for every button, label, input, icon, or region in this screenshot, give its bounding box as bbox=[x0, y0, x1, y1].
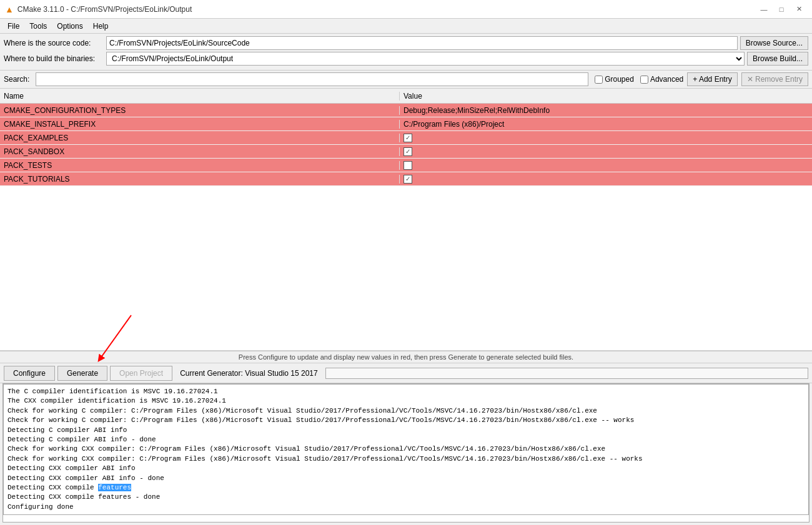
search-input[interactable] bbox=[36, 72, 588, 86]
bottom-section: Configure Generate Open Project Current … bbox=[0, 363, 812, 525]
table-header: Name Value bbox=[0, 89, 812, 104]
main-content: Where is the source code: Browse Source.… bbox=[0, 34, 812, 525]
grouped-checkbox-group: Grouped bbox=[595, 75, 634, 84]
configure-button[interactable]: Configure bbox=[4, 366, 55, 381]
log-line: Detecting C compiler ABI info - done bbox=[7, 435, 805, 444]
log-line: Detecting C compiler ABI info bbox=[7, 426, 805, 435]
search-row: Search: Grouped Advanced + Add Entry ✕ R… bbox=[0, 71, 812, 89]
cell-name-2: PACK_EXAMPLES bbox=[0, 134, 400, 142]
titlebar: ▲ CMake 3.11.0 - C:/FromSVN/Projects/EoL… bbox=[0, 0, 812, 19]
cell-value-4[interactable] bbox=[400, 161, 812, 170]
status-bar: Press Configure to update and display ne… bbox=[0, 351, 812, 363]
log-highlight: features bbox=[98, 484, 131, 491]
menubar: File Tools Options Help bbox=[0, 19, 812, 34]
log-line: Detecting CXX compile features bbox=[7, 483, 805, 493]
menu-options[interactable]: Options bbox=[52, 21, 87, 32]
binaries-label: Where to build the binaries: bbox=[4, 54, 104, 63]
advanced-checkbox-group: Advanced bbox=[640, 75, 683, 84]
log-line: Check for working CXX compiler: C:/Progr… bbox=[7, 454, 805, 464]
log-line: Detecting CXX compiler ABI info bbox=[7, 464, 805, 473]
log-wrapper: The C compiler identification is MSVC 19… bbox=[2, 383, 810, 523]
generator-text: Current Generator: Visual Studio 15 2017 bbox=[180, 369, 318, 378]
binaries-row: Where to build the binaries: C:/FromSVN/… bbox=[4, 52, 808, 66]
titlebar-controls: — □ ✕ bbox=[756, 3, 807, 16]
col-header-value: Value bbox=[400, 92, 812, 101]
log-line: The CXX compiler identification is MSVC … bbox=[7, 396, 805, 406]
table-row[interactable]: PACK_TESTS bbox=[0, 159, 812, 172]
cell-value-1: C:/Program Files (x86)/Project bbox=[400, 120, 812, 129]
app-icon: ▲ bbox=[5, 4, 14, 14]
log-line: Check for working CXX compiler: C:/Progr… bbox=[7, 444, 805, 454]
table-row[interactable]: PACK_SANDBOX bbox=[0, 145, 812, 159]
log-line: Configuring done bbox=[7, 503, 805, 512]
source-row: Where is the source code: Browse Source.… bbox=[4, 36, 808, 50]
menu-tools[interactable]: Tools bbox=[24, 21, 52, 32]
table-row[interactable]: PACK_TUTORIALS bbox=[0, 172, 812, 186]
advanced-label[interactable]: Advanced bbox=[650, 75, 683, 84]
log-line: Detecting CXX compiler ABI info - done bbox=[7, 474, 805, 483]
col-header-name: Name bbox=[0, 92, 400, 101]
cell-name-4: PACK_TESTS bbox=[0, 161, 400, 170]
menu-help[interactable]: Help bbox=[88, 21, 114, 32]
close-button[interactable]: ✕ bbox=[791, 3, 807, 16]
browse-source-button[interactable]: Browse Source... bbox=[740, 36, 808, 50]
table-wrapper: Name Value CMAKE_CONFIGURATION_TYPESDebu… bbox=[0, 89, 812, 351]
advanced-checkbox[interactable] bbox=[640, 76, 648, 84]
cell-name-0: CMAKE_CONFIGURATION_TYPES bbox=[0, 106, 400, 115]
log-line: The C compiler identification is MSVC 19… bbox=[7, 387, 805, 396]
table-rows-container: CMAKE_CONFIGURATION_TYPESDebug;Release;M… bbox=[0, 104, 812, 350]
titlebar-left: ▲ CMake 3.11.0 - C:/FromSVN/Projects/EoL… bbox=[5, 4, 192, 14]
cell-name-5: PACK_TUTORIALS bbox=[0, 175, 400, 184]
remove-entry-button[interactable]: ✕ Remove Entry bbox=[741, 72, 808, 86]
generate-button[interactable]: Generate bbox=[57, 366, 107, 381]
button-row: Configure Generate Open Project Current … bbox=[0, 363, 812, 383]
search-label: Search: bbox=[4, 75, 32, 84]
table-row[interactable]: CMAKE_INSTALL_PREFIXC:/Program Files (x8… bbox=[0, 117, 812, 131]
form-area: Where is the source code: Browse Source.… bbox=[0, 34, 812, 71]
grouped-label[interactable]: Grouped bbox=[605, 75, 634, 84]
cell-name-1: CMAKE_INSTALL_PREFIX bbox=[0, 120, 400, 129]
menu-file[interactable]: File bbox=[2, 21, 24, 32]
title-text: CMake 3.11.0 - C:/FromSVN/Projects/EoLin… bbox=[17, 5, 192, 14]
log-line: Check for working C compiler: C:/Program… bbox=[7, 416, 805, 425]
source-input[interactable] bbox=[106, 36, 738, 50]
cell-value-2[interactable] bbox=[400, 134, 812, 142]
cell-value-0: Debug;Release;MinSizeRel;RelWithDebInfo bbox=[400, 106, 812, 115]
cell-value-5[interactable] bbox=[400, 175, 812, 184]
progress-bar bbox=[325, 368, 808, 379]
binaries-select[interactable]: C:/FromSVN/Projects/EoLink/Output bbox=[106, 52, 745, 66]
minimize-button[interactable]: — bbox=[756, 3, 772, 16]
grouped-checkbox[interactable] bbox=[595, 76, 603, 84]
status-text: Press Configure to update and display ne… bbox=[239, 353, 573, 361]
source-label: Where is the source code: bbox=[4, 39, 104, 47]
table-row[interactable]: CMAKE_CONFIGURATION_TYPESDebug;Release;M… bbox=[0, 104, 812, 117]
browse-build-button[interactable]: Browse Build... bbox=[747, 52, 808, 66]
cell-name-3: PACK_SANDBOX bbox=[0, 147, 400, 156]
open-project-button: Open Project bbox=[110, 366, 172, 381]
maximize-button[interactable]: □ bbox=[773, 3, 790, 16]
log-line: Detecting CXX compile features - done bbox=[7, 493, 805, 502]
log-line: Check for working C compiler: C:/Program… bbox=[7, 406, 805, 416]
cell-value-3[interactable] bbox=[400, 147, 812, 156]
table-row[interactable]: PACK_EXAMPLES bbox=[0, 131, 812, 145]
log-area[interactable]: The C compiler identification is MSVC 19… bbox=[3, 384, 809, 515]
add-entry-button[interactable]: + Add Entry bbox=[687, 72, 737, 86]
